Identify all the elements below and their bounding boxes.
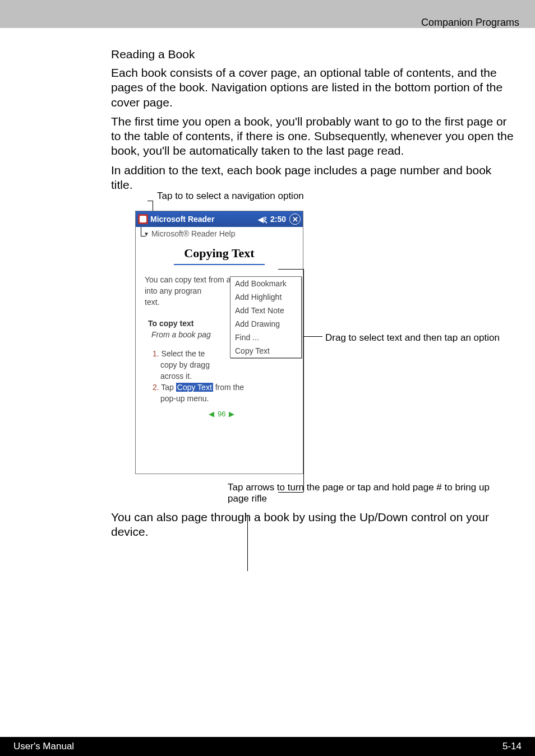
callout-line — [147, 201, 153, 201]
menu-item-highlight[interactable]: Add Highlight — [230, 290, 301, 304]
speaker-icon[interactable]: ◀ξ — [258, 215, 267, 224]
app-icon[interactable] — [138, 214, 148, 224]
page-heading: Copying Text — [136, 239, 303, 263]
step-1c: across it. — [160, 372, 192, 381]
step-2b: pop-up menu. — [160, 394, 209, 403]
paragraph-3: In addition to the text, each book page … — [111, 163, 515, 193]
caption-right: Drag to select text and then tap an opti… — [325, 332, 500, 344]
footer-left: User's Manual — [13, 741, 74, 752]
menu-item-bookmark[interactable]: Add Bookmark — [230, 277, 301, 290]
paragraph-below: You can also page through a book by usin… — [111, 510, 515, 540]
paragraph-2: The first time you open a book, you'll p… — [111, 114, 515, 159]
footer-right: 5-14 — [502, 741, 522, 752]
section-title: Reading a Book — [111, 48, 515, 61]
prev-page-arrow[interactable]: ◀ — [209, 410, 214, 418]
step-1: 1. Select the te — [153, 349, 205, 358]
step-2: 2. Tap Copy Text from the — [153, 383, 244, 392]
app-title: Microsoft Reader — [150, 215, 214, 224]
heading-underline — [174, 264, 265, 265]
body-italic: From a book pag — [151, 330, 211, 339]
breadcrumb-label: Microsoft® Reader Help — [151, 229, 236, 238]
callout-line — [141, 236, 146, 236]
menu-item-drawing[interactable]: Add Drawing — [230, 317, 301, 331]
page-number[interactable]: 96 — [218, 410, 225, 418]
body-text: text. — [145, 298, 159, 307]
header-chapter: Companion Programs — [421, 17, 519, 29]
callout-line — [141, 227, 141, 236]
callout-line — [303, 336, 322, 337]
subheading: To copy text — [148, 319, 193, 328]
footer: User's Manual 5-14 — [0, 737, 535, 756]
callout-line — [303, 269, 304, 492]
clock: 2:50 — [270, 215, 286, 224]
menu-item-copy-text[interactable]: Copy Text — [230, 344, 301, 358]
callout-line — [278, 269, 303, 270]
context-menu[interactable]: Add Bookmark Add Highlight Add Text Note… — [230, 276, 302, 358]
close-icon[interactable]: ✕ — [289, 214, 301, 225]
device-screenshot: Microsoft Reader ◀ξ 2:50 ✕ ▼ Microsoft® … — [135, 211, 303, 474]
caption-bottom: Tap arrows to turn the page or tap and h… — [228, 482, 502, 505]
next-page-arrow[interactable]: ▶ — [229, 410, 234, 418]
figure: Tap to to select a navigation option Mic… — [112, 191, 516, 504]
page-nav[interactable]: ◀ 96 ▶ — [209, 410, 234, 418]
menu-item-text-note[interactable]: Add Text Note — [230, 304, 301, 317]
caption-top: Tap to to select a navigation option — [157, 191, 304, 202]
body-text: into any progran — [145, 286, 201, 295]
titlebar[interactable]: Microsoft Reader ◀ξ 2:50 ✕ — [136, 211, 303, 227]
breadcrumb[interactable]: ▼ Microsoft® Reader Help — [136, 227, 303, 239]
step-1b: copy by dragg — [160, 360, 210, 369]
paragraph-1: Each book consists of a cover page, an o… — [111, 66, 515, 110]
menu-item-find[interactable]: Find ... — [230, 331, 301, 344]
